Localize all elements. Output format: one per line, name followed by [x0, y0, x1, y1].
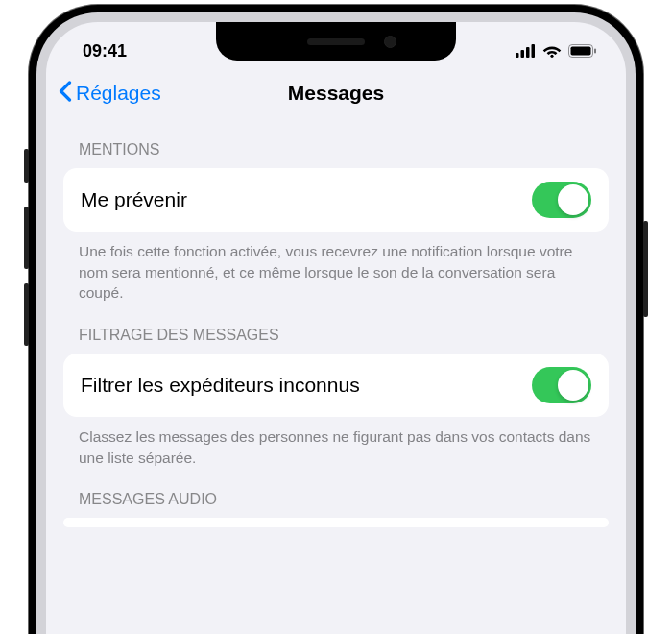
wifi-icon: [542, 44, 562, 58]
navigation-bar: Réglages Messages: [46, 68, 626, 118]
toggle-notify-me[interactable]: [532, 182, 591, 218]
toggle-knob: [558, 184, 588, 215]
section-header-mentions: MENTIONS: [46, 126, 626, 168]
back-button[interactable]: Réglages: [58, 80, 161, 107]
screen: 09:41: [46, 22, 626, 634]
toggle-filter-unknown[interactable]: [532, 367, 591, 403]
settings-content[interactable]: MENTIONS Me prévenir Une fois cette fonc…: [46, 118, 626, 527]
section-header-audio: MESSAGES AUDIO: [46, 468, 626, 518]
chevron-left-icon: [58, 80, 72, 107]
device-bezel: 09:41: [36, 12, 636, 634]
svg-rect-6: [571, 47, 591, 56]
cellular-signal-icon: [516, 44, 536, 58]
status-time: 09:41: [83, 41, 127, 61]
svg-rect-7: [594, 49, 596, 54]
back-label: Réglages: [76, 82, 161, 105]
notch: [216, 22, 456, 61]
svg-rect-0: [516, 53, 519, 58]
power-button: [643, 221, 648, 317]
device-frame: 09:41: [29, 5, 643, 634]
row-audio-partial[interactable]: [63, 518, 609, 527]
front-camera: [384, 36, 396, 48]
row-label: Filtrer les expéditeurs inconnus: [81, 374, 360, 397]
svg-rect-1: [521, 50, 525, 58]
volume-up-button: [24, 207, 29, 269]
page-title: Messages: [288, 82, 384, 105]
row-filter-unknown[interactable]: Filtrer les expéditeurs inconnus: [63, 354, 609, 417]
volume-down-button: [24, 283, 29, 346]
row-notify-me[interactable]: Me prévenir: [63, 168, 609, 232]
section-footer-mentions: Une fois cette fonction activée, vous re…: [46, 232, 626, 304]
toggle-knob: [558, 370, 588, 401]
section-header-filtering: FILTRAGE DES MESSAGES: [46, 304, 626, 354]
row-label: Me prévenir: [81, 188, 187, 211]
svg-rect-2: [526, 47, 530, 58]
mute-switch: [24, 149, 29, 183]
svg-point-4: [550, 55, 553, 58]
section-footer-filtering: Classez les messages des personnes ne fi…: [46, 417, 626, 468]
battery-icon: [568, 44, 597, 58]
svg-rect-3: [532, 44, 536, 58]
speaker-grille: [307, 38, 365, 45]
status-icons: [516, 44, 597, 58]
